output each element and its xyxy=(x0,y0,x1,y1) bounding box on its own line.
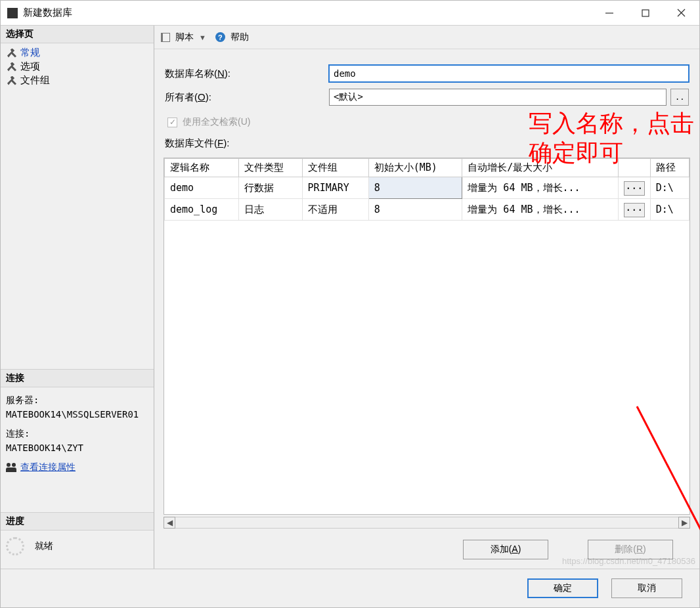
col-file-type[interactable]: 文件类型 xyxy=(238,159,302,177)
db-name-label: 数据库名称(N): xyxy=(165,68,329,80)
svg-rect-1 xyxy=(642,10,649,16)
page-item-label: 选项 xyxy=(20,60,40,73)
page-item-label: 常规 xyxy=(20,47,40,59)
server-value: MATEBOOK14\MSSQLSERVER01 xyxy=(6,407,148,422)
script-label[interactable]: 脚本 xyxy=(175,32,194,43)
autogrowth-edit-button[interactable]: ... xyxy=(624,181,645,196)
col-path[interactable]: 路径 xyxy=(650,159,689,177)
fulltext-checkbox-row: ✓ 使用全文检索(U) xyxy=(165,112,689,137)
wrench-icon xyxy=(7,62,16,72)
col-initial-size[interactable]: 初始大小(MB) xyxy=(368,159,462,177)
form-area: 数据库名称(N): 所有者(O): .. ✓ 使用全文检索(U) xyxy=(154,49,699,158)
scroll-left-icon[interactable]: ◀ xyxy=(164,517,175,529)
wrench-icon xyxy=(7,49,16,58)
dialog-window: 新建数据库 选择页 常规 选项 xyxy=(0,0,700,608)
col-autogrowth[interactable]: 自动增长/最大大小 xyxy=(462,159,618,177)
connection-title: 连接 xyxy=(1,369,154,387)
cancel-button[interactable]: 取消 xyxy=(611,578,682,598)
fulltext-checkbox: ✓ xyxy=(167,118,177,127)
scroll-right-icon[interactable]: ▶ xyxy=(678,517,690,529)
help-icon: ? xyxy=(215,32,225,42)
fulltext-label: 使用全文检索(U) xyxy=(183,116,250,128)
grid-button-row: 添加(A) 删除(R) xyxy=(154,536,699,569)
horizontal-scrollbar[interactable]: ◀ ▶ xyxy=(164,516,690,529)
owner-label: 所有者(O): xyxy=(165,91,329,104)
connection-value: MATEBOOK14\ZYT xyxy=(6,441,148,455)
select-page-title: 选择页 xyxy=(1,26,154,43)
people-icon xyxy=(6,462,16,472)
db-name-input[interactable] xyxy=(329,65,689,82)
ok-button[interactable]: 确定 xyxy=(527,578,598,598)
chevron-down-icon[interactable]: ▼ xyxy=(199,33,206,41)
page-item-general[interactable]: 常规 xyxy=(5,46,150,60)
script-icon xyxy=(161,33,170,42)
progress-panel: 就绪 xyxy=(1,531,154,569)
right-toolbar: 脚本 ▼ ? 帮助 xyxy=(154,26,699,49)
col-filegroup[interactable]: 文件组 xyxy=(302,159,368,177)
server-label: 服务器: xyxy=(6,393,148,407)
progress-status: 就绪 xyxy=(35,540,53,552)
page-item-filegroups[interactable]: 文件组 xyxy=(5,74,150,87)
wrench-icon xyxy=(7,76,16,85)
remove-button: 删除(R) xyxy=(588,540,673,559)
window-title: 新建数据库 xyxy=(23,7,72,19)
help-label[interactable]: 帮助 xyxy=(230,32,249,43)
files-label: 数据库文件(F): xyxy=(165,137,689,150)
page-item-label: 文件组 xyxy=(20,74,50,87)
app-icon xyxy=(7,8,18,18)
autogrowth-edit-button[interactable]: ... xyxy=(624,203,645,217)
view-connection-props-link[interactable]: 查看连接属性 xyxy=(20,460,76,474)
connection-label: 连接: xyxy=(6,426,148,441)
title-bar: 新建数据库 xyxy=(1,1,699,26)
grid-header-row: 逻辑名称 文件类型 文件组 初始大小(MB) 自动增长/最大大小 路径 xyxy=(165,159,689,177)
owner-input[interactable] xyxy=(329,89,667,106)
left-pane: 选择页 常规 选项 文件组 连接 服务器: xyxy=(1,26,154,569)
add-button[interactable]: 添加(A) xyxy=(463,540,548,559)
table-row[interactable]: demo_log 日志 不适用 8 增量为 64 MB，增长... ... D:… xyxy=(165,199,689,221)
progress-title: 进度 xyxy=(1,512,154,531)
right-pane: 脚本 ▼ ? 帮助 数据库名称(N): 所有者(O): .. xyxy=(154,26,699,569)
minimize-button[interactable] xyxy=(591,1,627,26)
pages-list: 常规 选项 文件组 xyxy=(1,43,154,90)
files-grid[interactable]: 逻辑名称 文件类型 文件组 初始大小(MB) 自动增长/最大大小 路径 demo xyxy=(164,158,690,515)
close-button[interactable] xyxy=(663,1,699,26)
owner-browse-button[interactable]: .. xyxy=(670,89,689,106)
spinner-icon xyxy=(6,537,24,555)
table-row[interactable]: demo 行数据 PRIMARY 8 增量为 64 MB，增长... ... D… xyxy=(165,177,689,199)
maximize-button[interactable] xyxy=(627,1,663,26)
page-item-options[interactable]: 选项 xyxy=(5,60,150,74)
dialog-footer: 确定 取消 xyxy=(1,569,699,607)
col-logical-name[interactable]: 逻辑名称 xyxy=(165,159,239,177)
connection-panel: 服务器: MATEBOOK14\MSSQLSERVER01 连接: MATEBO… xyxy=(1,387,154,479)
